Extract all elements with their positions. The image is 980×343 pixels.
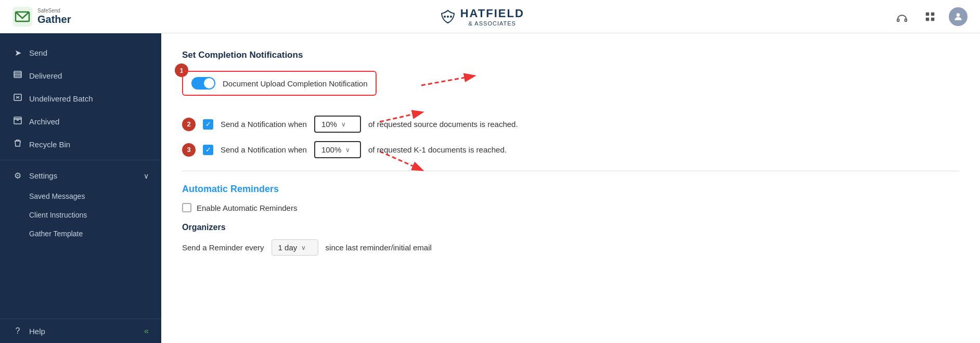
sidebar-settings-label: Settings: [29, 171, 57, 180]
sidebar-item-archived-label: Archived: [29, 117, 59, 126]
enable-reminders-row: Enable Automatic Reminders: [182, 203, 959, 212]
grid-button[interactable]: [921, 7, 939, 26]
logo-icon: [12, 7, 32, 27]
company-sub: & ASSOCIATES: [460, 20, 524, 27]
svg-point-11: [957, 13, 960, 17]
header-icons: [893, 7, 968, 26]
sidebar-item-delivered-label: Delivered: [29, 71, 62, 80]
percentage-dropdown-1[interactable]: 10% ∨: [314, 116, 361, 133]
section-divider: [182, 171, 959, 171]
svg-rect-10: [931, 17, 934, 20]
sidebar-item-help[interactable]: ? Help «: [0, 319, 161, 343]
since-label: since last reminder/initial email: [326, 243, 432, 252]
undelivered-icon: [12, 93, 23, 104]
logo-gather: Gather: [37, 14, 71, 25]
sidebar-item-gather-template[interactable]: Gather Template: [29, 224, 161, 243]
logo-text: SafeSend Gather: [37, 8, 71, 25]
avatar-icon: [953, 11, 963, 22]
sidebar-item-settings[interactable]: ⚙ Settings ∨: [0, 164, 161, 187]
header: SafeSend Gather HATFIELD & ASSOCIATES: [0, 0, 980, 33]
notification-toggle-label: Document Upload Completion Notification: [223, 79, 367, 88]
svg-rect-7: [926, 12, 929, 15]
settings-icon: ⚙: [12, 171, 23, 181]
notification-toggle-row: 1 Document Upload Completion Notificatio…: [182, 71, 377, 105]
organizers-title: Organizers: [182, 223, 959, 232]
sidebar-divider: [0, 160, 161, 160]
company-name-block: HATFIELD & ASSOCIATES: [460, 7, 524, 27]
grid-icon: [924, 11, 936, 22]
help-icon: ?: [12, 326, 23, 336]
logo-area: SafeSend Gather: [12, 7, 71, 27]
notification-row-1: 2 ✓ Send a Notification when 10% ∨ of re…: [182, 116, 959, 133]
notif-row2-text-after: of requested K-1 documents is reached.: [368, 145, 507, 154]
sidebar: ➤ Send Delivered: [0, 33, 161, 343]
enable-reminders-label: Enable Automatic Reminders: [197, 204, 297, 212]
reminder-row: Send a Reminder every 1 day ∨ since last…: [182, 239, 959, 256]
chevron-double-icon: «: [144, 326, 149, 336]
company-name: HATFIELD: [460, 7, 524, 20]
sidebar-nav: ➤ Send Delivered: [0, 33, 161, 319]
sidebar-item-archived[interactable]: Archived: [0, 110, 161, 133]
content-area: 1 Document Upload Completion Notificatio…: [182, 71, 959, 158]
svg-point-2: [444, 16, 446, 18]
notification-toggle-box: Document Upload Completion Notification: [182, 71, 377, 96]
percentage-dropdown-2[interactable]: 100% ∨: [314, 141, 361, 158]
badge-3: 3: [182, 143, 196, 157]
notif-row1-text-after: of requested source documents is reached…: [368, 120, 518, 129]
sidebar-item-recycle[interactable]: Recycle Bin: [0, 133, 161, 156]
archived-icon: [12, 116, 23, 126]
svg-line-22: [421, 76, 473, 85]
percentage-chevron-1-icon: ∨: [341, 121, 346, 128]
send-icon: ➤: [12, 48, 23, 58]
sidebar-item-undelivered-label: Undelivered Batch: [29, 94, 93, 103]
sidebar-item-undelivered[interactable]: Undelivered Batch: [0, 87, 161, 110]
delivered-icon: [12, 70, 23, 81]
auto-reminders-title: Automatic Reminders: [182, 184, 959, 195]
recycle-icon: [12, 139, 23, 149]
checkbox-row2[interactable]: ✓: [203, 145, 213, 155]
main-content: Set Completion Notifications 1: [161, 33, 980, 343]
svg-rect-20: [14, 117, 21, 119]
saved-messages-label: Saved Messages: [29, 192, 85, 200]
user-avatar-button[interactable]: [949, 7, 968, 26]
headset-button[interactable]: [893, 7, 911, 26]
svg-rect-9: [926, 17, 929, 20]
company-logo: HATFIELD & ASSOCIATES: [440, 7, 524, 27]
sidebar-item-send-label: Send: [29, 48, 47, 57]
badge-2: 2: [182, 118, 196, 131]
sidebar-item-recycle-label: Recycle Bin: [29, 140, 70, 149]
help-label: Help: [29, 327, 45, 336]
notification-row-2: 3 ✓ Send a Notification when 100% ∨ of r…: [182, 141, 959, 158]
notif-row1-text-before: Send a Notification when: [221, 120, 307, 129]
settings-chevron-icon: ∨: [144, 172, 149, 180]
sidebar-item-delivered[interactable]: Delivered: [0, 64, 161, 87]
svg-rect-8: [931, 12, 934, 15]
checkbox-row1[interactable]: ✓: [203, 119, 213, 130]
sidebar-item-client-instructions[interactable]: Client Instructions: [29, 206, 161, 224]
percentage-chevron-2-icon: ∨: [345, 146, 350, 154]
sidebar-item-saved-messages[interactable]: Saved Messages: [29, 187, 161, 206]
main-layout: ➤ Send Delivered: [0, 33, 980, 343]
interval-value: 1 day: [278, 243, 298, 252]
svg-rect-6: [905, 19, 907, 21]
interval-chevron-icon: ∨: [301, 244, 306, 251]
svg-point-4: [450, 16, 452, 18]
logo-safesend: SafeSend: [37, 8, 71, 14]
client-instructions-label: Client Instructions: [29, 211, 87, 219]
notification-toggle-switch[interactable]: [191, 77, 215, 90]
sidebar-item-send[interactable]: ➤ Send: [0, 42, 161, 64]
svg-rect-5: [897, 19, 899, 21]
enable-reminders-checkbox[interactable]: [182, 203, 191, 212]
svg-point-3: [447, 16, 449, 18]
settings-sub-items: Saved Messages Client Instructions Gathe…: [0, 187, 161, 243]
section-title: Set Completion Notifications: [182, 50, 959, 60]
send-reminder-label: Send a Reminder every: [182, 243, 264, 252]
notif-row2-text-before: Send a Notification when: [221, 145, 307, 154]
percentage-value-2: 100%: [321, 145, 341, 154]
gather-template-label: Gather Template: [29, 230, 83, 238]
company-icon: [440, 8, 456, 25]
percentage-value-1: 10%: [321, 120, 337, 129]
headset-icon: [896, 11, 908, 22]
interval-dropdown[interactable]: 1 day ∨: [272, 239, 318, 256]
